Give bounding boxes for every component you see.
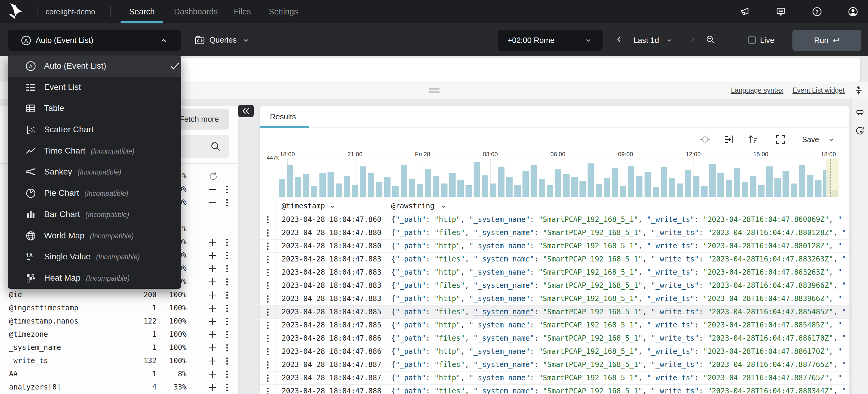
histogram-bar[interactable]	[782, 171, 789, 197]
field-action[interactable]	[208, 224, 218, 234]
histogram-bar[interactable]	[677, 184, 683, 197]
histogram-bar[interactable]	[612, 168, 618, 197]
timezone-selector[interactable]: +02:00 Rome	[498, 30, 602, 51]
row-menu-icon[interactable]	[265, 282, 271, 290]
announcements-icon[interactable]	[740, 6, 750, 17]
histogram-bar[interactable]	[311, 186, 317, 197]
collapse-editor-icon[interactable]	[854, 85, 864, 95]
wrap-lines-icon[interactable]	[724, 134, 735, 145]
nav-tab[interactable]: Dashboards	[172, 0, 220, 23]
histogram-bar[interactable]	[709, 164, 716, 197]
row-menu-icon[interactable]	[265, 268, 271, 277]
field-row[interactable]: @ingesttimestamp 1 100%	[0, 302, 239, 315]
result-row[interactable]: 2023-04-28 18:04:47.886 {"_path": "http"…	[260, 345, 849, 358]
histogram-bar[interactable]	[799, 165, 805, 197]
row-menu-icon[interactable]	[265, 374, 271, 382]
histogram-bar[interactable]	[563, 174, 569, 197]
result-row[interactable]: 2023-04-28 18:04:47.880 {"_path": "files…	[260, 226, 849, 239]
histogram-bar[interactable]	[539, 179, 545, 197]
viz-menu-item[interactable]: Bar Chart(Incompatible)	[8, 204, 181, 225]
result-row[interactable]: 2023-04-28 18:04:47.886 {"_path": "files…	[260, 332, 849, 345]
chevron-down-icon[interactable]	[440, 203, 446, 210]
field-action[interactable]	[208, 211, 218, 221]
histogram-bar[interactable]	[807, 175, 813, 197]
histogram-bar[interactable]	[473, 162, 480, 197]
format-icon[interactable]	[855, 108, 865, 119]
zoom-out-icon[interactable]	[706, 34, 716, 45]
run-button[interactable]: Run	[793, 30, 861, 51]
column-rawstring[interactable]: @rawstring	[391, 202, 435, 210]
field-action[interactable]	[208, 382, 218, 393]
result-row[interactable]: 2023-04-28 18:04:47.880 {"_path": "http"…	[260, 239, 849, 253]
field-action[interactable]	[208, 198, 218, 208]
language-syntax-link[interactable]: Language syntax	[731, 86, 783, 94]
fullscreen-icon[interactable]	[775, 134, 786, 145]
field-action[interactable]	[208, 290, 218, 300]
histogram-bar[interactable]	[352, 185, 358, 197]
result-row[interactable]: 2023-04-28 18:04:47.860 {"_path": "http"…	[260, 213, 849, 226]
histogram-bar[interactable]	[588, 163, 594, 197]
histogram-bar[interactable]	[344, 176, 350, 197]
save-button[interactable]: Save	[802, 129, 819, 150]
histogram-bar[interactable]	[701, 186, 708, 197]
field-menu-icon[interactable]	[224, 251, 230, 260]
viz-menu-item[interactable]: Scatter Chart	[8, 119, 181, 140]
result-row[interactable]: 2023-04-28 18:04:47.887 {"_path": "http"…	[260, 371, 849, 385]
histogram-bar[interactable]	[790, 184, 797, 197]
field-menu-icon[interactable]	[224, 198, 230, 207]
visualization-selector[interactable]: A Auto (Event List)	[8, 30, 181, 51]
nav-tab[interactable]: Files	[233, 0, 252, 23]
drag-handle[interactable]	[429, 88, 440, 90]
histogram-bar[interactable]	[523, 171, 529, 197]
histogram-bar[interactable]	[726, 179, 732, 197]
histogram-bar[interactable]	[628, 166, 634, 197]
time-forward-icon[interactable]	[689, 36, 696, 43]
corelight-logo[interactable]	[7, 2, 27, 21]
field-menu-icon[interactable]	[224, 264, 230, 273]
nav-tab[interactable]: Search	[121, 0, 163, 23]
field-action[interactable]	[208, 237, 218, 248]
histogram-bar[interactable]	[515, 185, 521, 197]
histogram-bar[interactable]	[336, 184, 342, 197]
result-row[interactable]: 2023-04-28 18:04:47.888 {"_path": "files…	[260, 385, 849, 394]
histogram-bar[interactable]	[742, 182, 748, 197]
field-menu-icon[interactable]	[224, 330, 230, 339]
viz-menu-item[interactable]: Event List	[8, 77, 181, 98]
field-menu-icon[interactable]	[224, 357, 230, 365]
histogram-bar[interactable]	[717, 173, 724, 197]
field-row[interactable]: _write_ts 132 100%	[0, 354, 239, 368]
histogram-bar[interactable]	[319, 173, 326, 197]
histogram-bar[interactable]	[457, 179, 464, 197]
histogram-bar[interactable]	[303, 174, 309, 197]
histogram-bar[interactable]	[449, 173, 456, 197]
histogram-bar[interactable]	[417, 184, 423, 197]
field-row[interactable]: _system_name 1 100%	[0, 341, 239, 354]
help-icon[interactable]: ?	[812, 6, 823, 17]
histogram-bar[interactable]	[531, 165, 537, 197]
viz-menu-item[interactable]: Pie Chart(Incompatible)	[8, 183, 181, 204]
histogram-bar[interactable]	[425, 169, 431, 197]
histogram-bar[interactable]	[328, 172, 334, 197]
time-range-selector[interactable]: Last 1d	[633, 30, 659, 51]
field-menu-icon[interactable]	[224, 278, 230, 286]
histogram-bar[interactable]	[384, 177, 391, 197]
histogram-bar[interactable]	[392, 186, 399, 197]
result-row[interactable]: 2023-04-28 18:04:47.887 {"_path": "files…	[260, 358, 849, 371]
viz-menu-item[interactable]: Table	[8, 98, 181, 119]
histogram-bar[interactable]	[490, 184, 496, 197]
histogram-bar[interactable]	[360, 166, 366, 197]
histogram-bar[interactable]	[669, 178, 675, 197]
histogram-bar[interactable]	[498, 167, 504, 197]
column-timestamp[interactable]: @timestamp	[282, 202, 325, 210]
row-menu-icon[interactable]	[265, 387, 271, 394]
histogram-bar[interactable]	[555, 169, 561, 197]
row-menu-icon[interactable]	[265, 242, 271, 250]
result-row[interactable]: 2023-04-28 18:04:47.883 {"_path": "files…	[260, 253, 849, 266]
histogram-bar[interactable]	[636, 176, 643, 197]
histogram-bar[interactable]	[580, 181, 586, 197]
field-menu-icon[interactable]	[224, 304, 230, 313]
field-action[interactable]	[208, 356, 218, 366]
histogram-bar[interactable]	[465, 185, 472, 197]
histogram-bar[interactable]	[571, 177, 578, 197]
histogram-bar[interactable]	[620, 186, 626, 197]
